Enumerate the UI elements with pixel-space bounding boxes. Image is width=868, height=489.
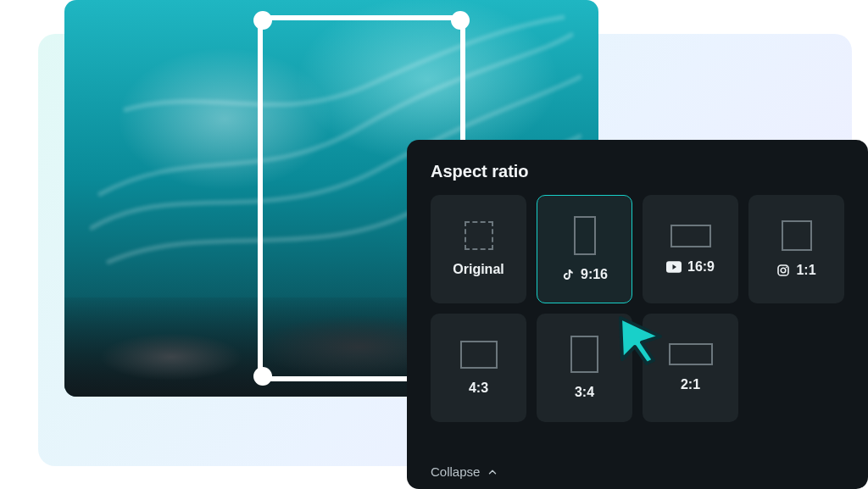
ratio-option-3-4[interactable]: 3:4 — [537, 314, 632, 422]
ratio-label-16-9: 16:9 — [687, 259, 715, 275]
ratio-option-4-3[interactable]: 4:3 — [431, 314, 526, 422]
ratio-shape-2-1 — [669, 343, 713, 365]
ratio-option-2-1[interactable]: 2:1 — [643, 314, 738, 422]
crop-handle-top-left[interactable] — [253, 11, 272, 30]
ratio-option-9-16[interactable]: 9:16 — [537, 195, 632, 303]
ratio-shape-original — [465, 221, 493, 250]
ratio-shape-16-9 — [670, 225, 711, 247]
crop-handle-top-right[interactable] — [451, 11, 470, 30]
tiktok-icon — [561, 268, 575, 281]
svg-point-3 — [786, 266, 787, 268]
collapse-button[interactable]: Collapse — [431, 464, 498, 479]
ratio-label-4-3: 4:3 — [469, 381, 488, 396]
youtube-icon — [666, 261, 682, 273]
ratio-label-9-16: 9:16 — [581, 267, 608, 282]
ratio-label-1-1: 1:1 — [796, 263, 815, 278]
ratio-label-original: Original — [453, 262, 504, 277]
instagram-icon — [776, 264, 790, 277]
ratio-option-1-1[interactable]: 1:1 — [748, 195, 844, 303]
aspect-ratio-grid-row2: 4:3 3:4 2:1 — [431, 314, 844, 422]
ratio-shape-3-4 — [570, 336, 598, 373]
aspect-ratio-grid-row1: Original 9:16 16:9 — [431, 195, 844, 303]
ratio-shape-9-16 — [574, 216, 596, 255]
svg-point-2 — [782, 268, 787, 273]
ratio-shape-4-3 — [460, 341, 498, 369]
aspect-ratio-panel: Aspect ratio Original 9:16 16: — [407, 140, 868, 489]
collapse-label: Collapse — [431, 464, 480, 479]
panel-title: Aspect ratio — [431, 162, 844, 181]
ratio-option-16-9[interactable]: 16:9 — [643, 195, 738, 303]
ratio-label-3-4: 3:4 — [575, 385, 594, 400]
crop-handle-bottom-left[interactable] — [253, 367, 272, 386]
ratio-shape-1-1 — [782, 220, 812, 251]
chevron-up-icon — [487, 466, 498, 478]
ratio-label-2-1: 2:1 — [681, 377, 700, 392]
ratio-option-original[interactable]: Original — [431, 195, 526, 303]
